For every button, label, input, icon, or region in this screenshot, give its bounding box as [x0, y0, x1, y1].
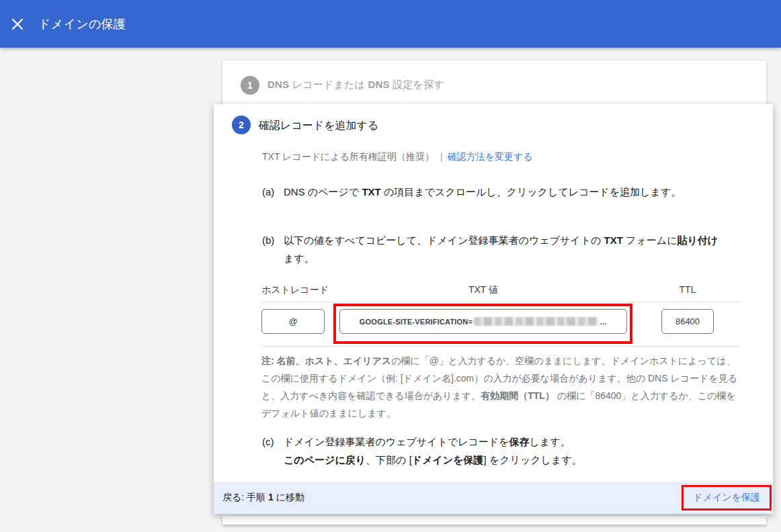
- instruction-b-text: 以下の値をすべてコピーして、ドメイン登録事業者のウェブサイトの TXT フォーム…: [284, 231, 727, 267]
- back-to-step1-text: 戻る: 手順 1 に移動: [222, 492, 304, 504]
- step1-number-badge: 1: [241, 76, 259, 95]
- text-segment: 貼り付け: [677, 234, 718, 246]
- instruction-b-label: (b): [262, 231, 284, 249]
- table-divider-bottom: [261, 346, 740, 347]
- table-divider-top: [261, 302, 740, 302]
- highlight-box-protect-button: ドメインを保護: [682, 485, 772, 511]
- text-segment: このページに戻り: [284, 454, 366, 466]
- instruction-c-line2: このページに戻り、下部の [ドメインを保護] をクリックします。: [284, 454, 582, 466]
- instruction-a: (a)DNS のページで TXT の項目までスクロールし、クリックしてレコードを…: [262, 183, 727, 201]
- text-segment: 名前、ホスト、エイリアス: [277, 355, 392, 366]
- instruction-a-label: (a): [262, 183, 284, 201]
- text-segment: DNS: [268, 79, 289, 90]
- close-icon[interactable]: [4, 11, 31, 38]
- text-segment: フォームに: [623, 234, 677, 246]
- text-segment: DNS のページで: [284, 186, 362, 197]
- column-header-txt-value: TXT 値: [339, 284, 627, 296]
- text-segment: の項目までスクロールし、クリックしてレコードを追加します。: [381, 186, 682, 197]
- instruction-c-text: ドメイン登録事業者のウェブサイトでレコードを保存します。このページに戻り、下部の…: [284, 433, 727, 469]
- txt-value-ellipsis: …: [600, 318, 607, 326]
- text-segment: DNS: [368, 79, 390, 90]
- instruction-a-text: DNS のページで TXT の項目までスクロールし、クリックしてレコードを追加し…: [284, 183, 727, 201]
- text-segment: 設定を探す: [390, 79, 444, 90]
- dns-record-table: ホストレコード TXT 値 TTL @ GOOGLE-SITE-VERIFICA…: [261, 284, 740, 347]
- instruction-b: (b)以下の値をすべてコピーして、ドメイン登録事業者のウェブサイトの TXT フ…: [262, 231, 727, 267]
- dialog-title: ドメインの保護: [38, 16, 126, 32]
- text-segment: TXT: [362, 186, 380, 197]
- step2-number-badge: 2: [232, 116, 251, 134]
- change-method-link[interactable]: 確認方法を変更する: [448, 151, 533, 162]
- column-header-host: ホストレコード: [261, 284, 329, 296]
- instruction-c-line1: ドメイン登録事業者のウェブサイトでレコードを保存します。: [284, 436, 571, 447]
- text-segment: 、下部の [: [366, 454, 412, 466]
- column-header-ttl: TTL: [661, 284, 714, 295]
- host-record-value-box[interactable]: @: [261, 309, 325, 334]
- ttl-value-box[interactable]: 86400: [661, 309, 714, 334]
- instruction-c-label: (c): [262, 433, 284, 451]
- step1-title: DNS レコードまたは DNS 設定を探す: [268, 79, 444, 91]
- verification-method-label: TXT レコードによる所有権証明（推奨）: [262, 151, 434, 162]
- separator: |: [440, 151, 443, 162]
- step2-title: 確認レコードを追加する: [259, 116, 378, 133]
- step2-footer-bar: 戻る: 手順 1 に移動 ドメインを保護: [214, 482, 773, 514]
- step2-header: 2 確認レコードを追加する: [214, 104, 773, 134]
- note-paragraph: 注: 名前、ホスト、エイリアスの欄に「@」と入力するか、空欄のままにします。ドメ…: [261, 352, 743, 422]
- text-segment: します。: [530, 436, 571, 447]
- text-segment: ] をクリックします。: [484, 454, 582, 466]
- protect-domain-button[interactable]: ドメインを保護: [693, 492, 760, 504]
- step3-card-sliver: [222, 516, 766, 525]
- verification-method-line: TXT レコードによる所有権証明（推奨）|確認方法を変更する: [262, 151, 533, 163]
- text-segment: 1: [268, 492, 274, 502]
- step1-card: 1 DNS レコードまたは DNS 設定を探す: [222, 60, 766, 109]
- text-segment: ドメイン登録事業者のウェブサイトでレコードを: [284, 436, 509, 447]
- instruction-c: (c)ドメイン登録事業者のウェブサイトでレコードを保存します。このページに戻り、…: [262, 433, 727, 469]
- text-segment: レコードまたは: [289, 79, 368, 90]
- text-segment: 戻る: 手順: [222, 492, 268, 502]
- step2-card: 2 確認レコードを追加する TXT レコードによる所有権証明（推奨）|確認方法を…: [214, 104, 773, 514]
- text-segment: 有効期間（TTL）: [481, 390, 554, 401]
- text-segment: ます。: [284, 253, 315, 264]
- topbar: ドメインの保護: [0, 0, 781, 48]
- text-segment: ドメインを保護: [412, 454, 484, 466]
- txt-value-prefix: GOOGLE-SITE-VERIFICATION=: [360, 318, 472, 326]
- txt-value-redacted-blur: [474, 317, 599, 326]
- text-segment: 注:: [261, 355, 277, 366]
- txt-value-box[interactable]: GOOGLE-SITE-VERIFICATION=…: [339, 309, 627, 334]
- close-icon-glyph: [11, 18, 24, 30]
- text-segment: TXT: [604, 234, 623, 246]
- text-segment: 保存: [509, 436, 530, 447]
- text-segment: 以下の値をすべてコピーして、ドメイン登録事業者のウェブサイトの: [284, 234, 604, 246]
- text-segment: に移動: [274, 492, 304, 502]
